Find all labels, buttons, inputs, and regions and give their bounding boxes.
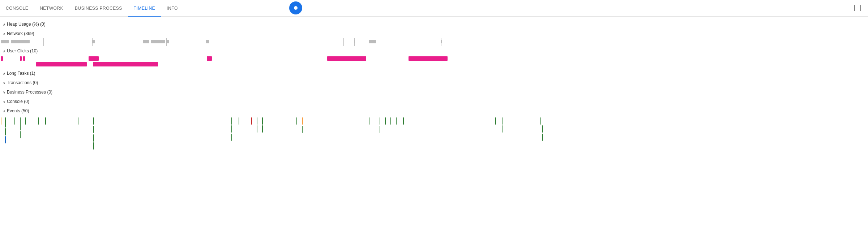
network-bar-2 bbox=[11, 40, 30, 43]
tab-network[interactable]: NETWORK bbox=[34, 0, 69, 17]
console-section-label: Console ( bbox=[7, 99, 25, 104]
tab-business-process-label: BUSINESS PROCESS bbox=[75, 6, 122, 11]
event-green-17 bbox=[385, 117, 386, 125]
chevron-business-processes: ∨ bbox=[3, 90, 5, 94]
svg-point-0 bbox=[294, 6, 298, 10]
event-green-12b bbox=[262, 125, 263, 133]
click-bar-1 bbox=[1, 56, 3, 61]
tab-console[interactable]: CONSOLE bbox=[0, 0, 34, 17]
event-green-23c bbox=[542, 134, 543, 141]
network-bar-7 bbox=[206, 40, 209, 43]
network-timeline-row bbox=[0, 38, 868, 46]
event-green-7 bbox=[78, 117, 78, 125]
event-blue-1 bbox=[5, 136, 6, 143]
user-clicks-timeline-row bbox=[0, 56, 868, 69]
event-green-3 bbox=[20, 117, 21, 130]
event-green-8 bbox=[93, 117, 94, 125]
network-bar-10 bbox=[369, 40, 376, 43]
event-green-16 bbox=[380, 117, 380, 125]
network-bar-11 bbox=[441, 40, 442, 43]
event-green-3b bbox=[20, 131, 21, 138]
transactions-label: Transactions ( bbox=[7, 80, 34, 85]
chevron-user-clicks: ∧ bbox=[3, 49, 5, 53]
events-count: 50 bbox=[23, 108, 27, 113]
record-button[interactable] bbox=[289, 1, 302, 14]
event-green-5 bbox=[38, 117, 39, 125]
tab-info[interactable]: INFO bbox=[161, 0, 184, 17]
event-green-1b bbox=[5, 128, 6, 135]
section-events[interactable]: ∧ Events (50) bbox=[0, 106, 868, 116]
tab-business-process[interactable]: BUSINESS PROCESS bbox=[69, 0, 128, 17]
event-green-22b bbox=[503, 125, 503, 133]
event-green-2 bbox=[14, 117, 15, 125]
event-green-8c bbox=[93, 134, 94, 142]
event-green-1 bbox=[5, 117, 6, 128]
transactions-count: 0 bbox=[34, 80, 37, 85]
click-bar-4 bbox=[89, 56, 99, 61]
event-green-20 bbox=[403, 117, 404, 125]
business-processes-label: Business Processes ( bbox=[7, 90, 48, 95]
user-clicks-label: User Clicks ( bbox=[7, 48, 31, 53]
tab-console-label: CONSOLE bbox=[6, 6, 28, 11]
section-heap-usage[interactable]: ∧ Heap Usage (%) (0) bbox=[0, 20, 868, 29]
event-green-9c bbox=[231, 134, 232, 141]
record-icon bbox=[293, 5, 298, 10]
section-console[interactable]: ∨ Console (0) bbox=[0, 97, 868, 106]
network-bar-3 bbox=[92, 40, 95, 43]
event-green-22 bbox=[503, 117, 503, 125]
tab-timeline[interactable]: TIMELINE bbox=[128, 0, 161, 17]
long-tasks-count: 1 bbox=[31, 71, 34, 76]
console-count: 0 bbox=[25, 99, 28, 104]
network-bar-6 bbox=[166, 40, 169, 43]
event-green-14 bbox=[302, 126, 303, 133]
tab-timeline-label: TIMELINE bbox=[134, 6, 155, 11]
network-count: 369 bbox=[25, 31, 33, 36]
chevron-heap: ∧ bbox=[3, 22, 5, 26]
event-green-16b bbox=[380, 126, 380, 133]
chevron-long-tasks: ∧ bbox=[3, 72, 5, 75]
chevron-transactions: ∨ bbox=[3, 81, 5, 85]
click-bar-6 bbox=[327, 56, 366, 61]
click-bar-row2-2 bbox=[93, 62, 158, 66]
event-green-11 bbox=[257, 117, 257, 125]
event-green-12 bbox=[262, 117, 263, 125]
event-green-6 bbox=[45, 117, 46, 125]
network-bar-5 bbox=[151, 40, 165, 43]
nav-tabs: CONSOLE NETWORK BUSINESS PROCESS TIMELIN… bbox=[0, 0, 868, 17]
events-label: Events ( bbox=[7, 108, 23, 113]
click-bar-row2-1 bbox=[36, 62, 87, 66]
section-long-tasks[interactable]: ∧ Long Tasks (1) bbox=[0, 69, 868, 78]
click-bar-3 bbox=[23, 56, 25, 61]
click-bar-2 bbox=[20, 56, 22, 61]
event-green-11b bbox=[257, 125, 257, 133]
event-green-18 bbox=[390, 117, 391, 125]
event-green-19 bbox=[396, 117, 397, 125]
chevron-network: ∧ bbox=[3, 32, 5, 36]
timeline-area: ∧ Heap Usage (%) (0) ∧ Network (369) ∧ U… bbox=[0, 17, 868, 155]
click-bar-7 bbox=[409, 56, 448, 61]
section-network[interactable]: ∧ Network (369) bbox=[0, 29, 868, 38]
chevron-console: ∨ bbox=[3, 100, 5, 104]
section-transactions[interactable]: ∨ Transactions (0) bbox=[0, 78, 868, 87]
event-green-15 bbox=[369, 117, 369, 125]
window-icon[interactable] bbox=[854, 5, 861, 11]
network-bar-8 bbox=[343, 40, 344, 43]
section-business-processes[interactable]: ∨ Business Processes (0) bbox=[0, 87, 868, 97]
user-clicks-count: 10 bbox=[31, 48, 36, 53]
event-green-8d bbox=[93, 142, 94, 150]
event-green-9b bbox=[231, 125, 232, 133]
event-green-13 bbox=[296, 117, 297, 125]
tick-network-2 bbox=[43, 38, 44, 46]
business-processes-count: 0 bbox=[48, 90, 51, 95]
chevron-events: ∧ bbox=[3, 109, 5, 113]
section-user-clicks[interactable]: ∧ User Clicks (10) bbox=[0, 46, 868, 56]
event-green-23 bbox=[540, 117, 541, 125]
network-bar-9 bbox=[354, 40, 355, 43]
tab-network-label: NETWORK bbox=[40, 6, 63, 11]
event-orange-1 bbox=[302, 117, 303, 125]
click-bar-5 bbox=[207, 56, 212, 61]
heap-label: Heap Usage (%) ( bbox=[7, 22, 42, 27]
event-green-4 bbox=[25, 117, 26, 125]
event-red-1 bbox=[251, 117, 252, 125]
event-green-10 bbox=[239, 117, 239, 125]
